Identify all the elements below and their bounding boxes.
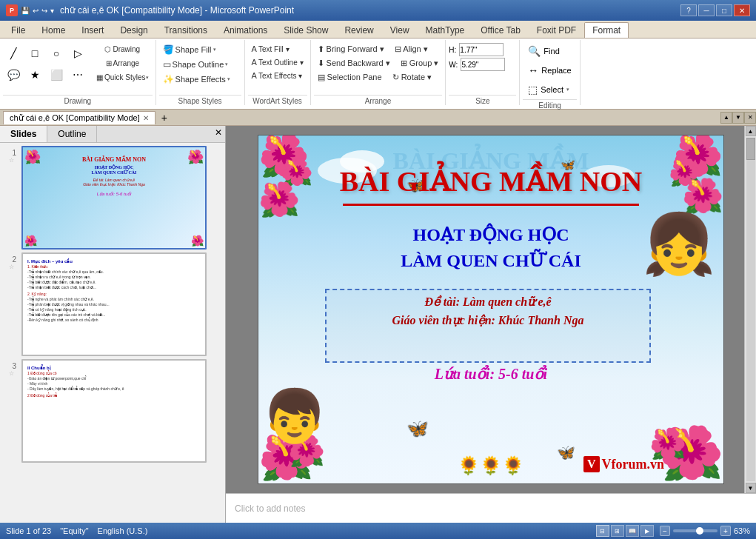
shape-effects-button[interactable]: ✨ Shape Effects ▾: [159, 73, 234, 86]
slide-thumb-1[interactable]: 🌺 🌺 🌺 🌺 BÀI GIẢNG MẦM NON HOẠT ĐỘNG HỌC …: [21, 146, 207, 250]
slideshow-button[interactable]: ▶: [640, 525, 654, 537]
slides-tab[interactable]: Slides: [0, 126, 47, 142]
scroll-track[interactable]: [746, 138, 755, 481]
tab-officetab[interactable]: Office Tab: [472, 22, 529, 38]
shapes-button[interactable]: ⬡ Drawing: [93, 43, 153, 56]
slide-sorter-button[interactable]: ⊞: [611, 525, 624, 537]
slide-thumb-2[interactable]: I. Mục đích – yêu cầu 1. Kiến thức: -Trẻ…: [21, 252, 207, 356]
close-button[interactable]: ✕: [734, 4, 750, 16]
main-slide-line3: LÀM QUEN CHỮ CÁI: [401, 250, 581, 271]
save-icon[interactable]: 💾: [21, 7, 30, 15]
quick-styles-icon: ▦: [96, 73, 103, 81]
redo-icon[interactable]: ↪: [41, 7, 47, 15]
shape-flow[interactable]: ⬜: [46, 64, 67, 85]
outline-tab[interactable]: Outline: [47, 126, 97, 142]
minimize-button[interactable]: ─: [698, 4, 715, 16]
zoom-slider[interactable]: [673, 529, 717, 532]
ribbon-group-arrange: ⬆ Bring Forward ▾ ⊟ Align ▾ ⬇ Send Backw…: [311, 40, 446, 105]
normal-view-button[interactable]: ⊟: [596, 525, 609, 537]
undo-icon[interactable]: ↩: [33, 7, 39, 15]
customize-icon[interactable]: ▾: [50, 7, 54, 15]
selection-pane-button[interactable]: ▤ Selection Pane: [314, 71, 386, 84]
tab-slideshow[interactable]: Slide Show: [275, 22, 336, 38]
main-slide-line2: HOẠT ĐỘNG HỌC: [413, 224, 569, 245]
quick-styles-button[interactable]: ▦ Quick Styles ▾: [93, 71, 153, 84]
vertical-scrollbar[interactable]: ▲ ▼: [744, 126, 756, 493]
slide-thumb-3[interactable]: II Chuẩn bị 1 Đồ dùng của cô -Giáo án đi…: [21, 359, 207, 463]
slide-item-1[interactable]: 1 ☆ 🌺 🌺 🌺 🌺 BÀI GIẢNG MẦM NON HOẠT ĐỘNG …: [3, 146, 222, 250]
close-panel-button[interactable]: ✕: [212, 126, 225, 142]
select-icon: ⬚: [528, 84, 538, 96]
window-controls: ? ─ □ ✕: [680, 4, 750, 16]
tab-transitions[interactable]: Transitions: [156, 22, 215, 38]
shape-rect[interactable]: □: [24, 43, 45, 64]
add-tab-button[interactable]: +: [157, 110, 172, 125]
slide-number-3: 3: [3, 362, 16, 370]
shape-line[interactable]: ╱: [3, 43, 24, 64]
shape-outline-button[interactable]: ▭ Shape Outline ▾: [159, 58, 233, 71]
window-title: chữ cái e,ê OK [Compatibility Mode] - Mi…: [60, 5, 294, 16]
shape-styles-group-label: Shape Styles: [159, 95, 241, 105]
tab-foxitpdf[interactable]: Foxit PDF: [529, 22, 584, 38]
slide-panel: Slides Outline ✕ 1 ☆ 🌺 🌺 🌺 🌺: [0, 126, 226, 523]
reading-view-button[interactable]: 📖: [626, 525, 639, 537]
tab-file[interactable]: File: [3, 22, 33, 38]
shape-oval[interactable]: ○: [46, 43, 67, 64]
maximize-button[interactable]: □: [716, 4, 732, 16]
text-outline-icon: A: [252, 58, 257, 67]
text-effects-button[interactable]: A Text Effects ▾: [248, 70, 307, 81]
group-button[interactable]: ⊞ Group ▾: [397, 57, 443, 70]
send-backward-button[interactable]: ⬇ Send Backward ▾: [314, 57, 394, 70]
slide-star-3: ☆: [9, 370, 14, 377]
tab-home[interactable]: Home: [33, 22, 73, 38]
shape-callout[interactable]: 💬: [3, 64, 24, 85]
slide-container[interactable]: ▲ ▼ BÀI GIẢNG MẦM 🌺 🌺 🌺: [226, 126, 756, 493]
slide-star-1: ☆: [9, 157, 14, 164]
text-outline-button[interactable]: A Text Outline ▾: [248, 56, 307, 68]
title-underline: [343, 204, 639, 206]
doc-tab[interactable]: chữ cái e,ê OK [Compatibility Mode] ✕: [3, 111, 155, 124]
help-button[interactable]: ?: [680, 4, 697, 16]
zoom-out-button[interactable]: −: [660, 526, 670, 536]
scroll-down-button[interactable]: ▼: [746, 483, 756, 493]
slide-item-2[interactable]: 2 ☆ I. Mục đích – yêu cầu 1. Kiến thức: …: [3, 252, 222, 356]
tab-mathtype[interactable]: MathType: [418, 22, 473, 38]
height-input[interactable]: [459, 43, 504, 56]
shape-star[interactable]: ★: [24, 64, 45, 85]
tab-close-all[interactable]: ✕: [744, 112, 756, 124]
zoom-in-button[interactable]: +: [720, 526, 731, 536]
shape-more[interactable]: ⋯: [67, 64, 88, 85]
text-fill-button[interactable]: A Text Fill ▾: [248, 43, 293, 55]
tab-format[interactable]: Format: [584, 22, 629, 38]
arrange-button[interactable]: ⊞ Arrange: [93, 57, 153, 70]
selection-box[interactable]: Đề tài: Làm quen chữ e,ê Giáo viên thực …: [325, 289, 651, 363]
butterfly-bottom-2: 🦋: [557, 443, 575, 461]
tab-insert[interactable]: Insert: [73, 22, 112, 38]
shape-arrow[interactable]: ▷: [67, 43, 88, 64]
app-icon: P: [6, 4, 18, 16]
main-detail2: Giáo viên thực hiện: Khúc Thanh Nga: [327, 313, 649, 327]
watermark: V Vforum.vn: [583, 456, 664, 472]
scroll-up-button[interactable]: ▲: [746, 126, 756, 136]
bring-forward-button[interactable]: ⬆ Bring Forward ▾: [314, 43, 388, 56]
tab-view[interactable]: View: [382, 22, 418, 38]
shape-fill-button[interactable]: 🪣 Shape Fill ▾: [159, 43, 220, 56]
tab-review[interactable]: Review: [336, 22, 381, 38]
align-button[interactable]: ⊟ Align ▾: [391, 43, 432, 56]
rotate-button[interactable]: ↻ Rotate ▾: [389, 71, 436, 84]
scroll-thumb[interactable]: [746, 138, 755, 160]
tab-design[interactable]: Design: [112, 22, 155, 38]
tab-animations[interactable]: Animations: [215, 22, 275, 38]
width-input[interactable]: [461, 58, 505, 71]
select-button[interactable]: ⬚ Select ▾: [523, 81, 575, 98]
doc-tab-close-button[interactable]: ✕: [143, 114, 149, 122]
slide-item-3[interactable]: 3 ☆ II Chuẩn bị 1 Đồ dùng của cô -Giáo á…: [3, 359, 222, 463]
tab-scroll-down[interactable]: ▼: [732, 112, 744, 124]
tab-scroll-up[interactable]: ▲: [720, 112, 732, 124]
replace-button[interactable]: ↔ Replace: [523, 62, 576, 78]
notes-area[interactable]: Click to add notes: [226, 493, 756, 523]
zoom-level[interactable]: 63%: [734, 526, 750, 535]
quick-access-toolbar: 💾 ↩ ↪ ▾: [21, 7, 54, 15]
slide-panel-tabs: Slides Outline ✕: [0, 126, 225, 143]
find-button[interactable]: 🔍 Find: [523, 43, 564, 59]
